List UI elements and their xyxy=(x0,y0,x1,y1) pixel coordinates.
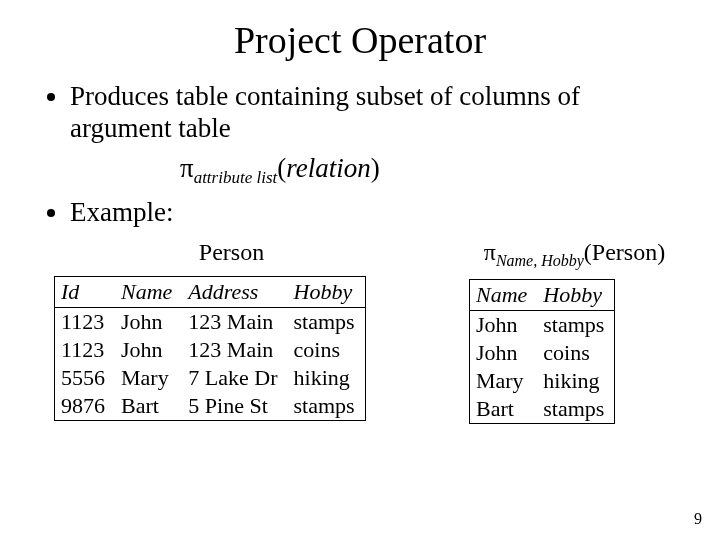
pi-symbol: π xyxy=(180,153,194,183)
table-row: Mary hiking xyxy=(469,367,614,395)
table-row: 5556 Mary 7 Lake Dr hiking xyxy=(55,364,366,392)
table-row: Bart stamps xyxy=(469,395,614,424)
cell: stamps xyxy=(288,392,366,421)
col-hobby: Hobby xyxy=(537,280,615,311)
table-row: 1123 John 123 Main stamps xyxy=(55,307,366,336)
cell: stamps xyxy=(537,311,615,340)
cell: coins xyxy=(288,336,366,364)
slide: Project Operator Produces table containi… xyxy=(0,0,720,540)
paren-open: ( xyxy=(584,239,592,265)
left-table-title: Person xyxy=(54,239,409,266)
pi-subscript: Name, Hobby xyxy=(496,251,584,268)
cell: 123 Main xyxy=(182,307,287,336)
cell: 9876 xyxy=(55,392,116,421)
pi-subscript: attribute list xyxy=(194,168,278,187)
cell: 7 Lake Dr xyxy=(182,364,287,392)
person-table: Id Name Address Hobby 1123 John 123 Main… xyxy=(54,276,366,421)
table-row: John coins xyxy=(469,339,614,367)
bullet-list: Produces table containing subset of colu… xyxy=(50,80,680,145)
slide-title: Project Operator xyxy=(40,18,680,62)
cell: stamps xyxy=(537,395,615,424)
cell: John xyxy=(469,311,537,340)
cell: John xyxy=(115,307,182,336)
col-name: Name xyxy=(115,276,182,307)
table-header-row: Id Name Address Hobby xyxy=(55,276,366,307)
right-table-block: πName, Hobby(Person) Name Hobby John sta… xyxy=(469,239,680,425)
col-name: Name xyxy=(469,280,537,311)
cell: Bart xyxy=(115,392,182,421)
left-table-block: Person Id Name Address Hobby 1123 John 1… xyxy=(54,239,409,425)
cell: hiking xyxy=(537,367,615,395)
cell: 5556 xyxy=(55,364,116,392)
pi-symbol: π xyxy=(484,239,496,265)
paren-open: ( xyxy=(277,153,286,183)
cell: stamps xyxy=(288,307,366,336)
col-address: Address xyxy=(182,276,287,307)
paren-close: ) xyxy=(657,239,665,265)
right-table-title: πName, Hobby(Person) xyxy=(469,239,680,270)
bullet-2: Example: xyxy=(70,196,680,228)
table-header-row: Name Hobby xyxy=(469,280,614,311)
cell: Mary xyxy=(115,364,182,392)
cell: John xyxy=(115,336,182,364)
cell: 1123 xyxy=(55,307,116,336)
relation-word: relation xyxy=(286,153,371,183)
table-row: John stamps xyxy=(469,311,614,340)
table-row: 1123 John 123 Main coins xyxy=(55,336,366,364)
cell: 1123 xyxy=(55,336,116,364)
bullet-1: Produces table containing subset of colu… xyxy=(70,80,680,145)
relation-name: Person xyxy=(592,239,657,265)
paren-close: ) xyxy=(371,153,380,183)
col-id: Id xyxy=(55,276,116,307)
cell: hiking xyxy=(288,364,366,392)
cell: John xyxy=(469,339,537,367)
cell: 5 Pine St xyxy=(182,392,287,421)
col-hobby: Hobby xyxy=(288,276,366,307)
cell: Mary xyxy=(469,367,537,395)
projection-table: Name Hobby John stamps John coins Mary h… xyxy=(469,279,615,424)
bullet-list-2: Example: xyxy=(50,196,680,228)
cell: Bart xyxy=(469,395,537,424)
page-number: 9 xyxy=(694,510,702,528)
table-row: 9876 Bart 5 Pine St stamps xyxy=(55,392,366,421)
cell: 123 Main xyxy=(182,336,287,364)
projection-formula: πattribute list(relation) xyxy=(180,153,680,188)
example-tables: Person Id Name Address Hobby 1123 John 1… xyxy=(54,239,680,425)
cell: coins xyxy=(537,339,615,367)
